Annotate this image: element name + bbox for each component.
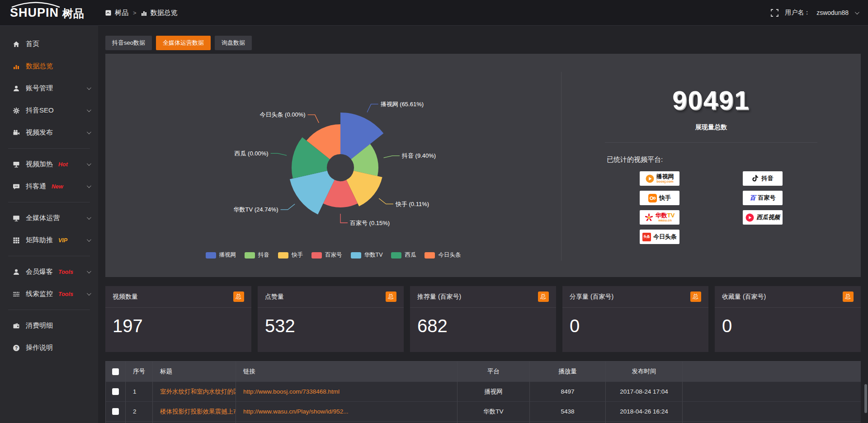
fullscreen-icon[interactable] [771, 9, 778, 17]
tab-omnimedia-data[interactable]: 全媒体运营数据 [156, 36, 211, 50]
row-index: 1 [126, 382, 153, 402]
col-link: 链接 [236, 362, 458, 382]
sidebar-divider [8, 310, 90, 310]
total-badge[interactable]: 总 [538, 291, 549, 302]
platform-name: 百家号 [758, 195, 776, 201]
pie-label: 百家号 (0.15%) [350, 220, 390, 226]
sidebar-item-data-overview[interactable]: 数据总览 [0, 55, 98, 77]
toutiao-icon: 头条 [642, 233, 651, 241]
pie-label: 快手 (0.11%) [395, 201, 429, 207]
sidebar-item-matrix-boost[interactable]: 矩阵助推 VIP [0, 229, 98, 251]
legend-swatch [245, 252, 255, 258]
table-row-1: 1 室外水纹灯和室内水纹灯的区别和简介 http://www.boosj.com… [105, 382, 861, 402]
stat-value: 682 [410, 308, 556, 336]
legend-item[interactable]: 播视网 [206, 251, 236, 259]
total-badge[interactable]: 总 [843, 291, 854, 302]
sidebar-item-spend-detail[interactable]: 消费明细 [0, 315, 98, 337]
topbar: SHUPIN 树品 树品 > 数据总览 用户名： zswodun88 [0, 0, 868, 26]
platform-badge-kuaishou[interactable]: 快手 [640, 191, 679, 205]
sidebar-item-clue-monitor[interactable]: 线索监控 Tools [0, 283, 98, 305]
breadcrumb-separator: > [133, 9, 137, 16]
legend-label: 百家号 [325, 251, 342, 259]
col-index: 序号 [126, 362, 153, 382]
platform-badge-boosj[interactable]: 播视网boosj.com [640, 171, 679, 186]
legend-swatch [278, 252, 288, 258]
chevron-down-icon [87, 291, 91, 296]
sidebar-item-douketong[interactable]: 抖客通 New [0, 175, 98, 197]
legend-item[interactable]: 今日头条 [425, 251, 461, 259]
chevron-down-icon [87, 161, 91, 166]
video-title-link[interactable]: 楼体投影灯投影效果震撼上市 [153, 402, 236, 422]
table-row-2: 2 楼体投影灯投影效果震撼上市 http://www.wasu.cn/Play/… [105, 402, 861, 422]
stat-title: 推荐量 (百家号) [417, 293, 461, 301]
sliders-icon [12, 291, 20, 298]
row-platform: 华数TV [458, 402, 530, 422]
row-checkbox[interactable] [112, 408, 119, 415]
bar-chart-icon [141, 10, 147, 16]
stat-title: 点赞量 [265, 293, 284, 301]
stat-title: 视频数量 [113, 293, 138, 301]
sidebar-item-member-leads[interactable]: 会员爆客 Tools [0, 261, 98, 283]
sidebar-item-video-heat[interactable]: 视频加热 Hot [0, 153, 98, 175]
row-platform: 播视网 [458, 382, 530, 402]
svg-text:?: ? [14, 345, 17, 350]
summary-panel: 90491 展现量总数 已统计的视频平台: 播视网boosj.com快手华数TV… [561, 54, 861, 277]
pie-label-line [379, 198, 393, 204]
chart-panel: 播视网 (65.61%)抖音 (9.40%)快手 (0.11%)百家号 (0.1… [105, 54, 861, 277]
col-platform: 平台 [458, 362, 530, 382]
platform-sub: wasu.cn [658, 219, 672, 222]
breadcrumb-root[interactable]: 树品 [115, 9, 128, 17]
video-url-link[interactable]: http://www.boosj.com/7338468.html [236, 382, 458, 402]
total-impressions-value: 90491 [672, 87, 750, 113]
sidebar-item-douyin-seo[interactable]: 抖音SEO [0, 99, 98, 122]
gear-icon [12, 107, 20, 114]
tab-inquiry-data[interactable]: 询盘数据 [215, 36, 252, 50]
legend-item[interactable]: 西瓜 [391, 251, 416, 259]
user-menu-chevron-icon[interactable] [855, 10, 859, 14]
col-title: 标题 [153, 362, 236, 382]
legend-item[interactable]: 快手 [278, 251, 303, 259]
platform-badge-baijiahao[interactable]: 百百家号 [743, 191, 783, 205]
main-content: 抖音seo数据 全媒体运营数据 询盘数据 播视网 (65.61%)抖音 (9.4… [98, 26, 868, 423]
platform-badge-douyin[interactable]: 抖音 [743, 171, 783, 186]
pie-label: 抖音 (9.40%) [401, 152, 436, 159]
scrollbar-thumb[interactable] [864, 384, 867, 413]
stat-card-video-count: 视频数量总 197 [105, 286, 251, 352]
sidebar-item-home[interactable]: 首页 [0, 33, 98, 55]
platform-badge-wasu[interactable]: 华数TVwasu.cn [640, 210, 679, 225]
sidebar-item-help[interactable]: ? 操作说明 [0, 337, 98, 359]
table-header: 序号 标题 链接 平台 播放量 发布时间 [105, 361, 861, 382]
tools-badge: Tools [58, 269, 73, 275]
total-badge[interactable]: 总 [690, 291, 702, 302]
tab-douyin-seo-data[interactable]: 抖音seo数据 [105, 36, 152, 50]
legend-label: 播视网 [219, 251, 236, 259]
new-badge: New [52, 183, 63, 190]
video-title-link[interactable]: 室外水纹灯和室内水纹灯的区别和简介 [153, 382, 236, 402]
platform-badge-toutiao[interactable]: 头条今日头条 [640, 230, 679, 244]
chat-bubble-icon [12, 183, 20, 190]
platform-badge-xigua[interactable]: 西瓜视频 [743, 210, 783, 225]
hot-badge: Hot [58, 161, 68, 168]
video-url-link[interactable]: http://www.wasu.cn/Play/show/id/952... [236, 402, 458, 422]
data-tabs: 抖音seo数据 全媒体运营数据 询盘数据 [105, 36, 861, 50]
app-logo[interactable]: SHUPIN 树品 [0, 7, 98, 19]
pie-label-line [384, 156, 400, 158]
sidebar-item-account[interactable]: 账号管理 [0, 77, 98, 99]
breadcrumb-current[interactable]: 数据总览 [151, 9, 178, 17]
legend-item[interactable]: 百家号 [311, 251, 342, 259]
legend-item[interactable]: 华数TV [351, 251, 383, 259]
stat-card-shares: 分享量 (百家号)总 0 [562, 286, 708, 352]
total-badge[interactable]: 总 [386, 291, 397, 302]
row-plays: 5438 [530, 402, 606, 422]
sidebar-item-omni-media[interactable]: 全媒体运营 [0, 207, 98, 229]
pie-label-line [271, 153, 287, 155]
xigua-icon [745, 213, 754, 222]
legend-item[interactable]: 抖音 [245, 251, 269, 259]
platforms-title: 已统计的视频平台: [607, 155, 663, 164]
username[interactable]: zswodun88 [816, 9, 849, 16]
row-checkbox[interactable] [112, 388, 119, 395]
total-badge[interactable]: 总 [233, 291, 245, 302]
username-label: 用户名： [785, 9, 810, 17]
select-all-checkbox[interactable] [112, 368, 119, 375]
sidebar-item-video-publish[interactable]: 视频发布 [0, 122, 98, 144]
